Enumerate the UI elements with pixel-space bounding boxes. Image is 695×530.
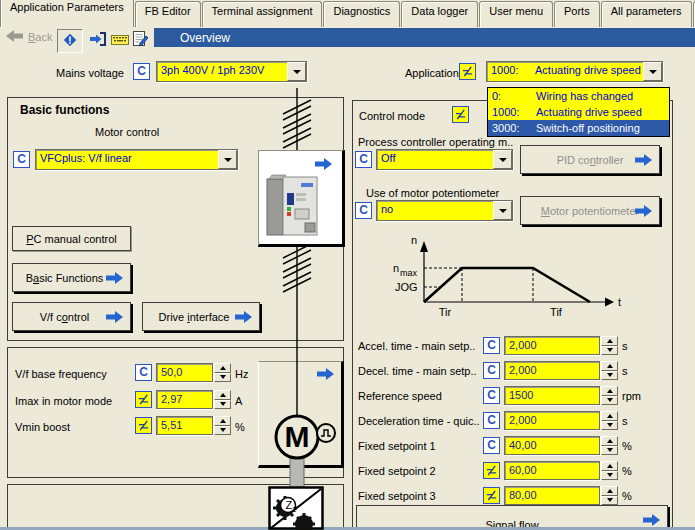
c-icon xyxy=(483,387,500,404)
fixed-setpoint1-label: Fixed setpoint 1 xyxy=(358,440,436,452)
inverter-button[interactable] xyxy=(258,150,345,247)
decel-time-spinner[interactable] xyxy=(601,361,618,380)
vmin-boost-input[interactable]: 5,51 xyxy=(156,416,213,435)
fixed-setpoint3-input[interactable]: 80,00 xyxy=(504,486,600,505)
inverter-image xyxy=(265,173,333,239)
option-actuating-drive-speed[interactable]: 1000: Actuating drive speed xyxy=(488,104,669,120)
vf-control-button[interactable]: V/f control xyxy=(12,302,131,331)
changed-param-icon xyxy=(135,391,152,408)
application-select[interactable]: 1000: Actuating drive speed xyxy=(486,61,663,82)
motor-control-select[interactable]: VFCplus: V/f linear xyxy=(35,149,238,170)
view-header: Overview xyxy=(154,28,695,47)
unit-label: A xyxy=(235,395,242,407)
encoder-icon xyxy=(317,424,335,442)
changed-param-icon xyxy=(452,106,469,123)
tab-terminal-assignment[interactable]: Terminal assignment xyxy=(202,1,323,27)
unit-label: rpm xyxy=(622,390,641,402)
dropdown-arrow-icon[interactable] xyxy=(493,201,512,220)
accel-time-label: Accel. time - main setp.. xyxy=(358,340,475,352)
ramp-graph: n n max JOG Tir Tif t xyxy=(355,230,655,330)
quick-decel-input[interactable]: 2,000 xyxy=(504,411,600,430)
vf-base-frequency-spinner[interactable] xyxy=(214,363,231,382)
vf-base-frequency-input[interactable]: 50,0 xyxy=(156,363,213,382)
accel-time-spinner[interactable] xyxy=(601,336,618,355)
dropdown-arrow-icon[interactable] xyxy=(287,62,306,81)
tab-ports[interactable]: Ports xyxy=(554,1,600,27)
vmin-boost-label: Vmin boost xyxy=(15,421,70,433)
c-icon xyxy=(483,362,500,379)
fixed-setpoint1-spinner[interactable] xyxy=(601,436,618,455)
mains-voltage-select[interactable]: 3ph 400V / 1ph 230V xyxy=(156,61,307,82)
unit-label: % xyxy=(622,490,632,502)
fixed-setpoint1-input[interactable]: 40,00 xyxy=(504,436,600,455)
fixed-setpoint3-spinner[interactable] xyxy=(601,486,618,505)
back-label: Back xyxy=(28,31,52,43)
dropdown-arrow-icon[interactable] xyxy=(493,150,512,169)
reference-speed-input[interactable]: 1500 xyxy=(504,386,600,405)
fixed-setpoint2-input[interactable]: 60,00 xyxy=(504,461,600,480)
unit-label: Hz xyxy=(235,368,248,380)
unit-label: s xyxy=(622,415,628,427)
motor-pot-value: no xyxy=(377,201,493,220)
unit-label: % xyxy=(622,440,632,452)
properties-button[interactable] xyxy=(128,28,152,50)
tab-user-menu[interactable]: User menu xyxy=(479,1,553,27)
motor-potentiometer-button[interactable]: Motor potentiometer xyxy=(520,196,660,225)
accel-time-input[interactable]: 2,000 xyxy=(504,336,600,355)
process-controller-value: Off xyxy=(377,150,493,169)
tab-fb-editor[interactable]: FB Editor xyxy=(135,1,201,27)
tab-data-logger[interactable]: Data logger xyxy=(401,1,478,27)
drive-interface-button[interactable]: Drive interface xyxy=(142,302,260,331)
tab-application-parameters[interactable]: Application Parameters xyxy=(0,0,134,27)
door-arrow-icon xyxy=(89,32,107,48)
keyboard-icon xyxy=(111,34,129,48)
process-controller-select[interactable]: Off xyxy=(376,149,513,170)
tab-all-parameters[interactable]: All parameters xyxy=(601,1,692,27)
option-wiring-has-changed[interactable]: 0: Wiring has changed xyxy=(488,88,669,104)
vmin-boost-spinner[interactable] xyxy=(214,416,231,435)
c-icon xyxy=(355,202,372,219)
tab-bar: Application Parameters FB Editor Termina… xyxy=(0,0,695,27)
application-window: Application Parameters FB Editor Termina… xyxy=(0,0,695,530)
application-value-text: Actuating drive speed xyxy=(535,64,641,81)
svg-text:M: M xyxy=(285,420,310,453)
arrow-right-icon xyxy=(635,154,652,168)
process-controller-label: Process controller operating m.. xyxy=(358,136,513,148)
basic-functions-button[interactable]: Basic Functions xyxy=(12,263,131,292)
fixed-setpoint2-spinner[interactable] xyxy=(601,461,618,480)
c-icon xyxy=(483,437,500,454)
svg-text:Tif: Tif xyxy=(550,306,563,318)
quick-decel-label: Deceleration time - quic.. xyxy=(358,415,480,427)
application-value-num: 1000: xyxy=(491,64,535,81)
toolbar: Back xyxy=(0,27,695,53)
arrow-right-icon xyxy=(106,311,123,325)
decel-time-input[interactable]: 2,000 xyxy=(504,361,600,380)
mains-voltage-value: 3ph 400V / 1ph 230V xyxy=(157,62,287,81)
dropdown-arrow-icon[interactable] xyxy=(643,62,662,81)
fixed-setpoint2-label: Fixed setpoint 2 xyxy=(358,465,436,477)
motor-control-label: Motor control xyxy=(95,126,159,138)
overview-nav-button[interactable] xyxy=(57,29,83,53)
mains-voltage-label: Mains voltage xyxy=(56,67,124,79)
view-header-label: Overview xyxy=(180,31,230,45)
dropdown-arrow-icon[interactable] xyxy=(218,150,237,169)
application-dropdown-list: 0: Wiring has changed 1000: Actuating dr… xyxy=(487,87,670,137)
c-icon xyxy=(13,151,30,168)
assign-button[interactable] xyxy=(86,29,110,51)
quick-decel-spinner[interactable] xyxy=(601,411,618,430)
imax-motor-mode-input[interactable]: 2,97 xyxy=(156,390,213,409)
back-button[interactable]: Back xyxy=(6,30,52,44)
imax-motor-mode-spinner[interactable] xyxy=(214,390,231,409)
motor-pot-select[interactable]: no xyxy=(376,200,513,221)
reference-speed-spinner[interactable] xyxy=(601,386,618,405)
pc-manual-control-button[interactable]: PC manual control xyxy=(12,226,131,251)
option-switch-off-positioning[interactable]: 3000: Switch-off positioning xyxy=(488,120,669,136)
motor-control-value: VFCplus: V/f linear xyxy=(36,150,218,169)
c-icon xyxy=(483,337,500,354)
properties-sheet-icon xyxy=(131,30,149,49)
c-icon xyxy=(483,412,500,429)
pid-controller-button[interactable]: PID controller xyxy=(520,145,660,174)
application-label: Application xyxy=(405,67,459,79)
tab-diagnostics[interactable]: Diagnostics xyxy=(323,1,400,27)
imax-motor-mode-label: Imax in motor mode xyxy=(15,395,112,407)
